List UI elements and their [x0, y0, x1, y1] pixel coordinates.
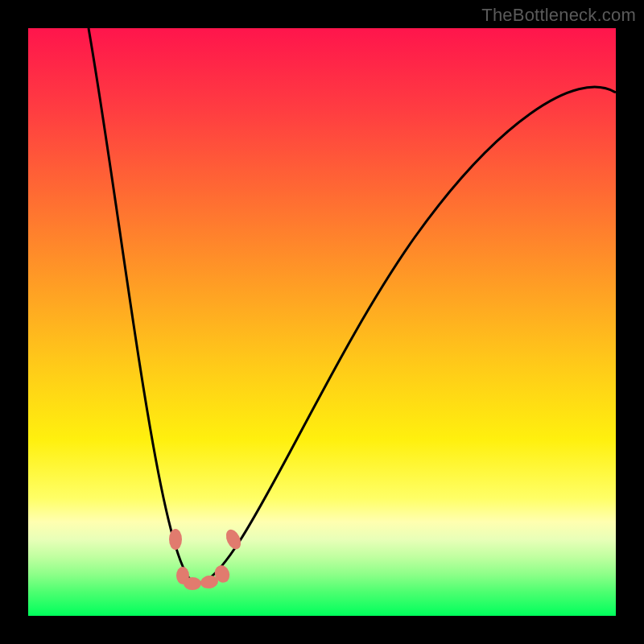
bottleneck-curve	[89, 28, 616, 584]
curve-marker	[169, 529, 182, 550]
attribution-label: TheBottleneck.com	[481, 5, 636, 26]
plot-area	[28, 28, 616, 616]
chart-svg	[28, 28, 616, 616]
curve-marker	[184, 577, 201, 590]
chart-frame: TheBottleneck.com	[0, 0, 644, 644]
